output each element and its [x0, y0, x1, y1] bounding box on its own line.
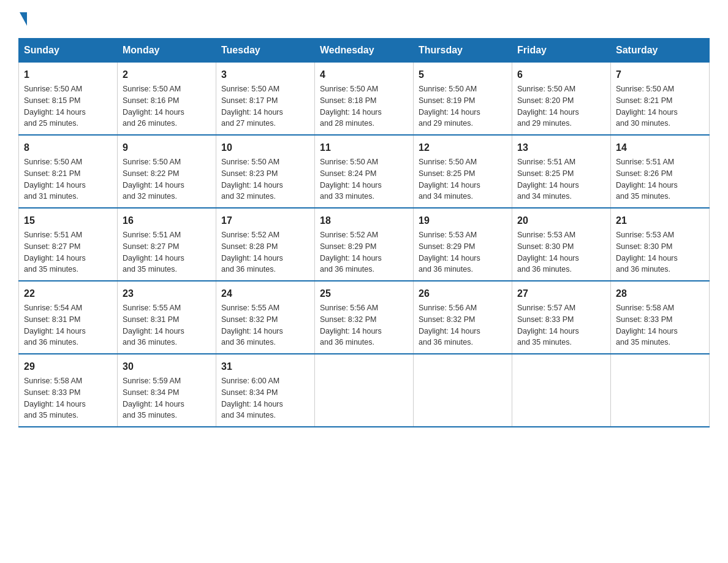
- calendar-cell: 7Sunrise: 5:50 AM Sunset: 8:21 PM Daylig…: [611, 63, 710, 136]
- day-info: Sunrise: 5:53 AM Sunset: 8:29 PM Dayligh…: [419, 229, 507, 275]
- logo-triangle-icon: [20, 12, 27, 26]
- calendar-cell: [611, 354, 710, 427]
- calendar-cell: 17Sunrise: 5:52 AM Sunset: 8:28 PM Dayli…: [216, 208, 315, 281]
- day-info: Sunrise: 5:51 AM Sunset: 8:26 PM Dayligh…: [616, 156, 704, 202]
- day-number: 24: [221, 286, 309, 301]
- calendar-cell: 13Sunrise: 5:51 AM Sunset: 8:25 PM Dayli…: [512, 135, 611, 208]
- calendar-table: SundayMondayTuesdayWednesdayThursdayFrid…: [18, 38, 710, 427]
- day-info: Sunrise: 5:53 AM Sunset: 8:30 PM Dayligh…: [517, 229, 605, 275]
- day-number: 22: [24, 286, 112, 301]
- calendar-cell: 31Sunrise: 6:00 AM Sunset: 8:34 PM Dayli…: [216, 354, 315, 427]
- day-info: Sunrise: 5:58 AM Sunset: 8:33 PM Dayligh…: [616, 302, 704, 348]
- calendar-cell: 22Sunrise: 5:54 AM Sunset: 8:31 PM Dayli…: [19, 281, 118, 354]
- calendar-cell: 8Sunrise: 5:50 AM Sunset: 8:21 PM Daylig…: [19, 135, 118, 208]
- day-number: 14: [616, 140, 704, 155]
- calendar-day-header: Monday: [118, 39, 216, 63]
- day-info: Sunrise: 5:51 AM Sunset: 8:25 PM Dayligh…: [517, 156, 605, 202]
- calendar-cell: 2Sunrise: 5:50 AM Sunset: 8:16 PM Daylig…: [118, 63, 216, 136]
- day-number: 27: [517, 286, 605, 301]
- day-info: Sunrise: 5:50 AM Sunset: 8:17 PM Dayligh…: [221, 83, 309, 129]
- day-number: 25: [320, 286, 408, 301]
- calendar-week-row: 22Sunrise: 5:54 AM Sunset: 8:31 PM Dayli…: [19, 281, 710, 354]
- day-number: 29: [24, 359, 112, 374]
- day-number: 11: [320, 140, 408, 155]
- calendar-day-header: Friday: [512, 39, 611, 63]
- calendar-week-row: 1Sunrise: 5:50 AM Sunset: 8:15 PM Daylig…: [19, 63, 710, 136]
- day-info: Sunrise: 5:55 AM Sunset: 8:32 PM Dayligh…: [221, 302, 309, 348]
- calendar-cell: 4Sunrise: 5:50 AM Sunset: 8:18 PM Daylig…: [315, 63, 414, 136]
- day-number: 12: [419, 140, 507, 155]
- calendar-cell: 11Sunrise: 5:50 AM Sunset: 8:24 PM Dayli…: [315, 135, 414, 208]
- calendar-cell: 19Sunrise: 5:53 AM Sunset: 8:29 PM Dayli…: [414, 208, 512, 281]
- day-info: Sunrise: 5:54 AM Sunset: 8:31 PM Dayligh…: [24, 302, 112, 348]
- calendar-cell: 24Sunrise: 5:55 AM Sunset: 8:32 PM Dayli…: [216, 281, 315, 354]
- day-number: 10: [221, 140, 309, 155]
- day-number: 7: [616, 67, 704, 82]
- calendar-day-header: Thursday: [414, 39, 512, 63]
- calendar-cell: 23Sunrise: 5:55 AM Sunset: 8:31 PM Dayli…: [118, 281, 216, 354]
- calendar-week-row: 15Sunrise: 5:51 AM Sunset: 8:27 PM Dayli…: [19, 208, 710, 281]
- day-info: Sunrise: 6:00 AM Sunset: 8:34 PM Dayligh…: [221, 375, 309, 421]
- calendar-cell: 6Sunrise: 5:50 AM Sunset: 8:20 PM Daylig…: [512, 63, 611, 136]
- day-info: Sunrise: 5:50 AM Sunset: 8:18 PM Dayligh…: [320, 83, 408, 129]
- calendar-cell: 25Sunrise: 5:56 AM Sunset: 8:32 PM Dayli…: [315, 281, 414, 354]
- day-number: 13: [517, 140, 605, 155]
- calendar-day-header: Sunday: [19, 39, 118, 63]
- calendar-cell: [512, 354, 611, 427]
- calendar-cell: 28Sunrise: 5:58 AM Sunset: 8:33 PM Dayli…: [611, 281, 710, 354]
- day-number: 15: [24, 213, 112, 228]
- day-number: 8: [24, 140, 112, 155]
- day-info: Sunrise: 5:56 AM Sunset: 8:32 PM Dayligh…: [419, 302, 507, 348]
- day-number: 17: [221, 213, 309, 228]
- day-number: 31: [221, 359, 309, 374]
- day-number: 26: [419, 286, 507, 301]
- calendar-week-row: 29Sunrise: 5:58 AM Sunset: 8:33 PM Dayli…: [19, 354, 710, 427]
- day-info: Sunrise: 5:50 AM Sunset: 8:20 PM Dayligh…: [517, 83, 605, 129]
- calendar-cell: 1Sunrise: 5:50 AM Sunset: 8:15 PM Daylig…: [19, 63, 118, 136]
- day-info: Sunrise: 5:50 AM Sunset: 8:19 PM Dayligh…: [419, 83, 507, 129]
- calendar-cell: [315, 354, 414, 427]
- logo: [18, 12, 27, 26]
- day-info: Sunrise: 5:52 AM Sunset: 8:29 PM Dayligh…: [320, 229, 408, 275]
- calendar-header-row: SundayMondayTuesdayWednesdayThursdayFrid…: [19, 39, 710, 63]
- day-info: Sunrise: 5:50 AM Sunset: 8:23 PM Dayligh…: [221, 156, 309, 202]
- calendar-cell: 16Sunrise: 5:51 AM Sunset: 8:27 PM Dayli…: [118, 208, 216, 281]
- calendar-cell: 26Sunrise: 5:56 AM Sunset: 8:32 PM Dayli…: [414, 281, 512, 354]
- day-number: 19: [419, 213, 507, 228]
- day-number: 28: [616, 286, 704, 301]
- day-info: Sunrise: 5:57 AM Sunset: 8:33 PM Dayligh…: [517, 302, 605, 348]
- day-number: 23: [123, 286, 211, 301]
- day-info: Sunrise: 5:55 AM Sunset: 8:31 PM Dayligh…: [123, 302, 211, 348]
- day-info: Sunrise: 5:51 AM Sunset: 8:27 PM Dayligh…: [24, 229, 112, 275]
- day-info: Sunrise: 5:50 AM Sunset: 8:25 PM Dayligh…: [419, 156, 507, 202]
- calendar-cell: 14Sunrise: 5:51 AM Sunset: 8:26 PM Dayli…: [611, 135, 710, 208]
- day-number: 20: [517, 213, 605, 228]
- calendar-cell: 29Sunrise: 5:58 AM Sunset: 8:33 PM Dayli…: [19, 354, 118, 427]
- day-number: 9: [123, 140, 211, 155]
- day-number: 5: [419, 67, 507, 82]
- day-info: Sunrise: 5:50 AM Sunset: 8:21 PM Dayligh…: [616, 83, 704, 129]
- calendar-day-header: Saturday: [611, 39, 710, 63]
- day-number: 4: [320, 67, 408, 82]
- calendar-cell: 9Sunrise: 5:50 AM Sunset: 8:22 PM Daylig…: [118, 135, 216, 208]
- day-info: Sunrise: 5:50 AM Sunset: 8:22 PM Dayligh…: [123, 156, 211, 202]
- calendar-cell: 21Sunrise: 5:53 AM Sunset: 8:30 PM Dayli…: [611, 208, 710, 281]
- day-info: Sunrise: 5:58 AM Sunset: 8:33 PM Dayligh…: [24, 375, 112, 421]
- day-info: Sunrise: 5:50 AM Sunset: 8:24 PM Dayligh…: [320, 156, 408, 202]
- calendar-day-header: Tuesday: [216, 39, 315, 63]
- day-info: Sunrise: 5:53 AM Sunset: 8:30 PM Dayligh…: [616, 229, 704, 275]
- day-number: 21: [616, 213, 704, 228]
- calendar-day-header: Wednesday: [315, 39, 414, 63]
- calendar-cell: 20Sunrise: 5:53 AM Sunset: 8:30 PM Dayli…: [512, 208, 611, 281]
- day-info: Sunrise: 5:50 AM Sunset: 8:15 PM Dayligh…: [24, 83, 112, 129]
- calendar-cell: 18Sunrise: 5:52 AM Sunset: 8:29 PM Dayli…: [315, 208, 414, 281]
- calendar-cell: [414, 354, 512, 427]
- day-number: 6: [517, 67, 605, 82]
- day-info: Sunrise: 5:50 AM Sunset: 8:16 PM Dayligh…: [123, 83, 211, 129]
- calendar-cell: 10Sunrise: 5:50 AM Sunset: 8:23 PM Dayli…: [216, 135, 315, 208]
- day-number: 30: [123, 359, 211, 374]
- calendar-cell: 27Sunrise: 5:57 AM Sunset: 8:33 PM Dayli…: [512, 281, 611, 354]
- day-info: Sunrise: 5:51 AM Sunset: 8:27 PM Dayligh…: [123, 229, 211, 275]
- calendar-week-row: 8Sunrise: 5:50 AM Sunset: 8:21 PM Daylig…: [19, 135, 710, 208]
- page-header: [18, 12, 710, 26]
